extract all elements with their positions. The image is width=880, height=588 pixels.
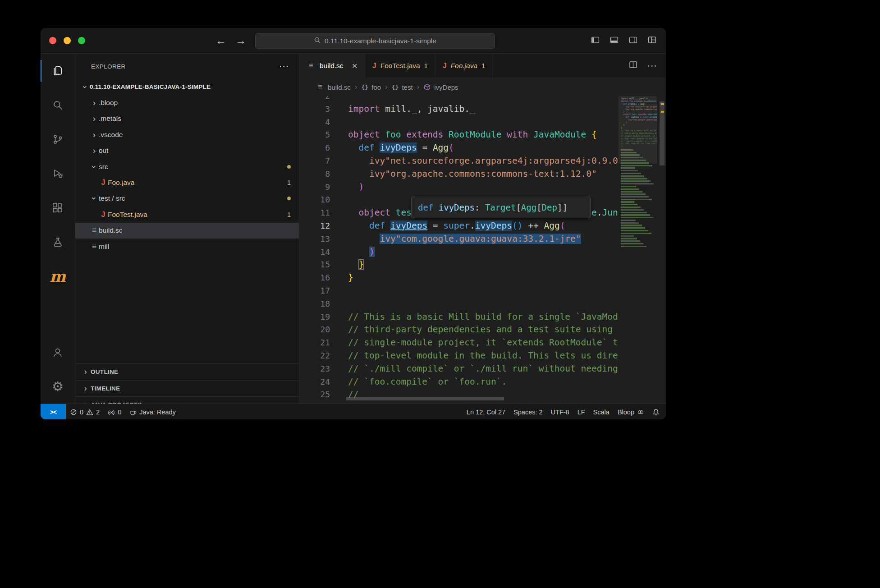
line-number[interactable]: 10 xyxy=(299,193,330,207)
line-number[interactable]: 22 xyxy=(299,349,330,363)
line-number[interactable]: 7 xyxy=(299,155,330,168)
line-number[interactable]: 16 xyxy=(299,271,330,285)
breadcrumb-item-ivydeps[interactable]: ivyDeps xyxy=(434,83,458,91)
code-line[interactable]: 18 xyxy=(299,298,619,311)
code-line[interactable]: 6 def ivyDeps = Agg( xyxy=(299,142,619,155)
code-line[interactable]: 19// This is a basic Mill build for a si… xyxy=(299,311,619,324)
java-status[interactable]: Java: Ready xyxy=(125,404,180,419)
tree-item-build-sc[interactable]: ≡build.sc xyxy=(75,223,299,239)
code-line[interactable]: 5object foo extends RootModule with Java… xyxy=(299,129,619,142)
line-number[interactable]: 24 xyxy=(299,376,330,389)
code-line[interactable]: 9 ) xyxy=(299,181,619,194)
split-editor-icon[interactable] xyxy=(628,60,638,71)
minimize-window-button[interactable] xyxy=(64,37,71,44)
command-center[interactable]: 0.11.10-example-basicjava-1-simple xyxy=(255,33,495,49)
tree-item-footest-java[interactable]: JFooTest.java1 xyxy=(75,207,299,222)
line-number[interactable]: 14 xyxy=(299,246,330,259)
panel-left-icon[interactable] xyxy=(591,35,600,46)
status-bloop[interactable]: Bloop xyxy=(614,404,648,419)
line-number[interactable]: 8 xyxy=(299,168,330,181)
code-line[interactable]: 2 xyxy=(299,96,619,103)
line-number[interactable]: 3 xyxy=(299,103,330,116)
code-line[interactable]: 7 ivy"net.sourceforge.argparse4j:argpars… xyxy=(299,155,619,168)
code-line[interactable]: 21// single-module project, it `extends … xyxy=(299,336,619,349)
close-icon[interactable]: × xyxy=(352,61,358,70)
tree-item--vscode[interactable]: ›.vscode xyxy=(75,127,299,142)
code-line[interactable]: 16} xyxy=(299,271,619,285)
tree-item-out[interactable]: ›out xyxy=(75,143,299,159)
code-line[interactable]: 3import mill._, javalib._ xyxy=(299,103,619,116)
layout-icon[interactable] xyxy=(647,35,657,46)
activity-run-debug-icon[interactable] xyxy=(41,156,75,191)
code-line[interactable]: 8 ivy"org.apache.commons:commons-text:1.… xyxy=(299,168,619,181)
code-line[interactable]: 17 xyxy=(299,285,619,298)
tab-build-sc[interactable]: ≡build.sc× xyxy=(299,54,365,78)
line-number[interactable]: 15 xyxy=(299,258,330,271)
activity-account-icon[interactable] xyxy=(41,335,75,369)
minimap-viewport[interactable] xyxy=(619,96,657,164)
problems-status[interactable]: 0 2 xyxy=(66,404,104,419)
line-number[interactable]: 4 xyxy=(299,116,330,129)
line-number[interactable]: 19 xyxy=(299,311,330,324)
horizontal-scrollbar[interactable] xyxy=(346,397,504,400)
status-scala[interactable]: Scala xyxy=(589,404,614,419)
activity-extensions-icon[interactable] xyxy=(41,191,75,225)
breadcrumb-item-foo[interactable]: foo xyxy=(371,83,381,91)
code-line[interactable]: 22// top-level module in the build. This… xyxy=(299,349,619,363)
tree-item--bloop[interactable]: ›.bloop xyxy=(75,95,299,110)
line-number[interactable]: 18 xyxy=(299,298,330,311)
breadcrumb-item-test[interactable]: test xyxy=(402,83,412,91)
forward-arrow[interactable]: → xyxy=(235,35,246,46)
explorer-more-actions-icon[interactable]: ⋯ xyxy=(279,61,289,71)
code-line[interactable]: 23// `./mill compile` or `./mill run` wi… xyxy=(299,363,619,376)
line-number[interactable]: 6 xyxy=(299,142,330,155)
activity-search-icon[interactable] xyxy=(41,88,75,122)
activity-source-control-icon[interactable] xyxy=(41,122,75,156)
notifications-bell[interactable] xyxy=(648,404,666,419)
tree-item-test-src[interactable]: ›test / src xyxy=(75,191,299,207)
code-line[interactable]: 4 xyxy=(299,116,619,129)
activity-settings-gear-icon[interactable]: ⚙ xyxy=(41,369,75,404)
line-number[interactable]: 12 xyxy=(299,220,330,233)
line-number[interactable]: 17 xyxy=(299,285,330,298)
line-number[interactable]: 9 xyxy=(299,181,330,194)
code-editor[interactable]: 23import mill._, javalib._45object foo e… xyxy=(299,96,666,404)
code-line[interactable]: 12 def ivyDeps = super.ivyDeps() ++ Agg( xyxy=(299,220,619,233)
maximize-window-button[interactable] xyxy=(78,37,85,44)
close-window-button[interactable] xyxy=(49,37,56,44)
line-number[interactable]: 23 xyxy=(299,363,330,376)
remote-indicator[interactable]: >< xyxy=(41,404,66,419)
status-utf-8[interactable]: UTF-8 xyxy=(547,404,573,419)
line-number[interactable]: 2 xyxy=(299,96,330,103)
line-number[interactable]: 25 xyxy=(299,388,330,401)
code-line[interactable]: 13 ivy"com.google.guava:guava:33.2.1-jre… xyxy=(299,233,619,246)
tree-root-folder[interactable]: ›0.11.10-EXAMPLE-BASICJAVA-1-SIMPLE xyxy=(75,79,299,95)
tree-item-mill[interactable]: ≡mill xyxy=(75,239,299,254)
activity-explorer-files-icon[interactable] xyxy=(41,54,75,88)
tab-foo-java[interactable]: JFoo.java1 xyxy=(435,54,493,78)
tree-item-src[interactable]: ›src xyxy=(75,159,299,175)
ports-status[interactable]: 0 xyxy=(104,404,125,419)
back-arrow[interactable]: ← xyxy=(215,35,226,46)
ellipsis-icon[interactable]: ⋯ xyxy=(647,61,657,71)
line-number[interactable]: 21 xyxy=(299,336,330,349)
activity-test-beaker-icon[interactable] xyxy=(41,225,75,259)
minimap[interactable]: import mill._, javalib._object foo exten… xyxy=(619,96,657,404)
section-outline[interactable]: ›OUTLINE xyxy=(75,363,299,380)
code-line[interactable]: 20// third-party dependencies and a test… xyxy=(299,323,619,336)
code-line[interactable]: 24// `foo.compile` or `foo.run`. xyxy=(299,376,619,389)
tree-item-foo-java[interactable]: JFoo.java1 xyxy=(75,175,299,190)
code-line[interactable]: 14 ) xyxy=(299,246,619,259)
line-number[interactable]: 11 xyxy=(299,207,330,220)
status-ln-12-col-27[interactable]: Ln 12, Col 27 xyxy=(463,404,509,419)
line-number[interactable]: 5 xyxy=(299,129,330,142)
breadcrumb-item-build-sc[interactable]: build.sc xyxy=(328,83,351,91)
panel-right-icon[interactable] xyxy=(628,35,638,46)
tree-item--metals[interactable]: ›.metals xyxy=(75,111,299,127)
activity-mill-logo-icon[interactable]: m xyxy=(41,259,75,294)
panel-bottom-icon[interactable] xyxy=(610,35,619,46)
section-java-projects[interactable]: ›JAVA PROJECTS xyxy=(75,396,299,404)
status-lf[interactable]: LF xyxy=(573,404,589,419)
line-number[interactable]: 13 xyxy=(299,233,330,246)
code-line[interactable]: 15 } xyxy=(299,258,619,271)
